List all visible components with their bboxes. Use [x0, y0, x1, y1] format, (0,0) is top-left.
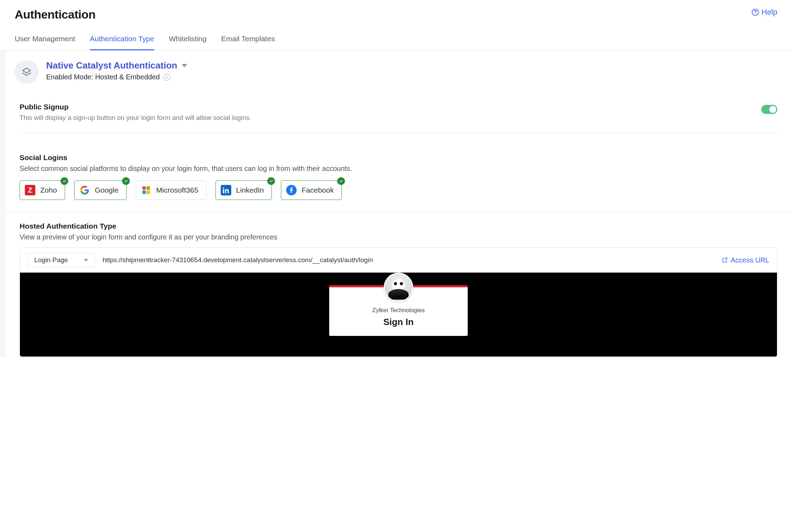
- hosted-auth-desc: View a preview of your login form and co…: [20, 233, 777, 241]
- svg-rect-5: [147, 190, 150, 194]
- zoho-icon: Z: [25, 185, 35, 195]
- chevron-down-icon: [84, 259, 88, 261]
- social-chip-microsoft365[interactable]: Microsoft365: [136, 180, 206, 200]
- help-link[interactable]: Help: [751, 8, 777, 17]
- auth-mode-label: Enabled Mode: Hosted & Embedded: [46, 73, 160, 81]
- preview-url: https://shipmenttracker-74310654.develop…: [100, 248, 714, 272]
- tab-authentication-type[interactable]: Authentication Type: [90, 35, 154, 50]
- auth-type-icon: [15, 60, 38, 84]
- avatar: [384, 273, 413, 302]
- preview-panel: Login Page https://shipmenttracker-74310…: [20, 247, 777, 357]
- info-icon[interactable]: i: [163, 74, 170, 81]
- microsoft-icon: [141, 185, 151, 195]
- svg-point-1: [755, 14, 756, 14]
- tab-whitelisting[interactable]: Whitelisting: [169, 35, 206, 50]
- social-chip-label: Zoho: [40, 186, 57, 194]
- social-chip-label: LinkedIn: [236, 186, 264, 194]
- tab-user-management[interactable]: User Management: [15, 35, 75, 50]
- social-chip-label: Microsoft365: [156, 186, 198, 194]
- access-url-label: Access URL: [731, 256, 769, 264]
- hosted-auth-title: Hosted Authentication Type: [20, 222, 777, 230]
- tabs: User Management Authentication Type Whit…: [0, 21, 792, 50]
- tab-email-templates[interactable]: Email Templates: [221, 35, 275, 50]
- access-url-link[interactable]: Access URL: [714, 248, 777, 272]
- selected-badge: [61, 177, 68, 185]
- svg-rect-3: [147, 186, 150, 190]
- public-signup-title: Public Signup: [20, 103, 251, 111]
- social-chip-facebook[interactable]: Facebook: [281, 180, 342, 200]
- public-signup-toggle[interactable]: [761, 105, 777, 114]
- page-title: Authentication: [15, 8, 96, 21]
- social-chip-linkedin[interactable]: LinkedIn: [215, 180, 272, 200]
- svg-rect-4: [142, 190, 146, 194]
- login-card: Zylker Technologies Sign In: [329, 285, 468, 336]
- auth-type-dropdown[interactable]: Native Catalyst Authentication: [46, 60, 187, 71]
- social-chip-google[interactable]: Google: [74, 180, 127, 200]
- social-chip-label: Facebook: [302, 186, 334, 194]
- login-preview: Zylker Technologies Sign In: [20, 273, 777, 357]
- selected-badge: [337, 177, 345, 185]
- facebook-icon: [286, 185, 297, 195]
- social-chip-zoho[interactable]: Z Zoho: [20, 180, 65, 200]
- signin-heading: Sign In: [336, 317, 461, 328]
- auth-type-title: Native Catalyst Authentication: [46, 60, 177, 71]
- selected-badge: [122, 177, 130, 185]
- chevron-down-icon: [182, 64, 187, 67]
- page-select[interactable]: Login Page: [28, 253, 95, 267]
- help-icon: [751, 8, 759, 16]
- public-signup-desc: This will display a sign-up button on yo…: [20, 114, 251, 122]
- social-logins-desc: Select common social platforms to displa…: [20, 165, 777, 173]
- social-logins-title: Social Logins: [20, 153, 777, 162]
- help-label: Help: [762, 8, 777, 17]
- linkedin-icon: [221, 185, 231, 195]
- company-name: Zylker Technologies: [336, 307, 461, 314]
- page-select-value: Login Page: [34, 256, 68, 264]
- auth-type-header: Native Catalyst Authentication Enabled M…: [6, 50, 792, 94]
- selected-badge: [267, 177, 275, 185]
- google-icon: [79, 185, 90, 195]
- social-chip-label: Google: [95, 186, 119, 194]
- svg-rect-2: [142, 186, 146, 190]
